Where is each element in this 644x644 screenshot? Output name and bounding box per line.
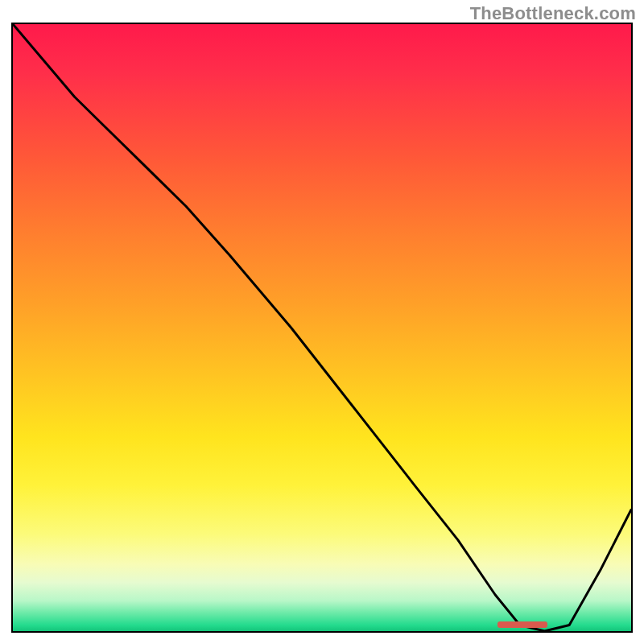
line-series [13,24,631,631]
watermark-label: TheBottleneck.com [470,3,636,24]
bottleneck-marker [497,621,547,628]
chart-area [11,23,633,633]
